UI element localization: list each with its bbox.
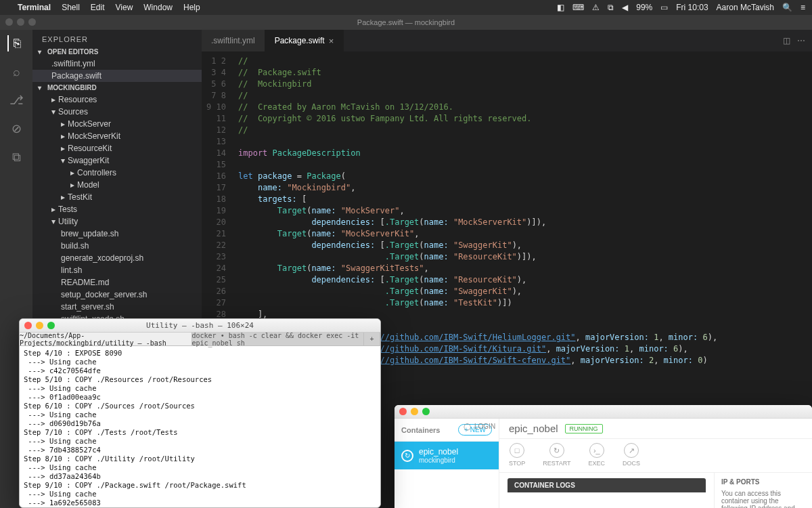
ip-ports-panel: IP & PORTS You can access this container…: [714, 473, 812, 508]
close-icon[interactable]: [24, 322, 32, 329]
extensions-icon[interactable]: ⧉: [8, 149, 24, 165]
debug-icon[interactable]: ⊘: [8, 121, 24, 137]
tab-package-swift[interactable]: Package.swift×: [265, 30, 344, 51]
explorer-icon[interactable]: ⎘: [7, 35, 24, 51]
tree-item[interactable]: Controllers: [32, 167, 202, 179]
tree-item[interactable]: Sources: [32, 106, 202, 118]
tree-item[interactable]: start_server.sh: [32, 301, 202, 313]
login-button[interactable]: ◯LOGIN: [464, 423, 495, 430]
explorer-title: EXPLORER: [32, 30, 202, 46]
exec-button[interactable]: ›_EXEC: [589, 443, 606, 467]
zoom-icon[interactable]: [422, 408, 430, 415]
search-icon[interactable]: ⌕: [8, 64, 24, 80]
container-item[interactable]: ↻ epic_nobel mockingbird: [394, 442, 499, 469]
close-icon[interactable]: [5, 18, 13, 26]
tree-item[interactable]: Utility: [32, 215, 202, 228]
ip-ports-header: IP & PORTS: [721, 478, 805, 486]
git-icon[interactable]: ⎇: [8, 92, 24, 108]
menu-edit[interactable]: Edit: [91, 3, 105, 12]
open-editors-header[interactable]: OPEN EDITORS: [32, 46, 202, 58]
container-title: epic_nobel: [509, 423, 558, 434]
tree-item[interactable]: setup_docker_server.sh: [32, 289, 202, 301]
tree-item[interactable]: MockServer: [32, 118, 202, 130]
editor-tabs: .swiftlint.yml Package.swift× ◫ ⋯: [202, 30, 812, 51]
tree-item[interactable]: brew_update.sh: [32, 228, 202, 240]
close-icon[interactable]: [399, 408, 407, 415]
zoom-icon[interactable]: [47, 322, 55, 329]
terminal-tabs: ~/Documents/App-Projects/mockingbird/uti…: [20, 333, 380, 346]
ip-ports-text: You can access this container using the …: [721, 490, 805, 508]
container-name: epic_nobel: [419, 447, 458, 457]
minimize-icon[interactable]: [411, 408, 418, 415]
tree-item[interactable]: MockServerKit: [32, 130, 202, 142]
tree-item[interactable]: Resources: [32, 93, 202, 106]
tab-close-icon[interactable]: ×: [329, 36, 334, 46]
battery-icon[interactable]: ▭: [660, 3, 668, 12]
window-traffic-lights[interactable]: [5, 18, 36, 26]
keyboard-icon[interactable]: ⌨: [572, 3, 584, 12]
docker-menubar-icon[interactable]: ◧: [557, 3, 564, 12]
tree-item[interactable]: README.md: [32, 276, 202, 289]
status-badge: RUNNING: [565, 424, 603, 433]
minimize-icon[interactable]: [17, 18, 24, 26]
zoom-icon[interactable]: [28, 18, 36, 26]
tree-item[interactable]: build.sh: [32, 240, 202, 252]
menu-view[interactable]: View: [116, 3, 133, 12]
container-image: mockingbird: [419, 457, 458, 464]
tree-item[interactable]: TestKit: [32, 191, 202, 203]
terminal-output[interactable]: Step 4/10 : EXPOSE 8090 ---> Using cache…: [20, 346, 380, 508]
containers-header: Containers: [401, 426, 440, 434]
volume-icon[interactable]: ◀: [622, 3, 628, 12]
vscode-titlebar[interactable]: Package.swift — mockingbird: [0, 15, 812, 30]
vscode-window-title: Package.swift — mockingbird: [357, 18, 455, 26]
menu-extras-icon[interactable]: ≡: [800, 3, 805, 12]
open-editor-item[interactable]: Package.swift: [32, 70, 202, 82]
container-status-icon: ↻: [401, 450, 413, 462]
kitematic-window: ◯LOGIN Containers + NEW ↻ epic_nobel moc…: [394, 405, 812, 508]
wifi-icon[interactable]: ⚠: [592, 3, 600, 12]
container-actions: □STOP ↻RESTART ›_EXEC ↗DOCS: [499, 439, 812, 473]
minimize-icon[interactable]: [36, 322, 43, 329]
mac-menubar: Terminal Shell Edit View Window Help ◧ ⌨…: [0, 0, 812, 15]
more-icon[interactable]: ⋯: [797, 36, 805, 45]
split-editor-icon[interactable]: ◫: [783, 36, 790, 45]
menu-help[interactable]: Help: [183, 3, 200, 12]
terminal-tab[interactable]: docker • bash -c clear && docker exec -i…: [192, 333, 365, 345]
menu-window[interactable]: Window: [143, 3, 173, 12]
bluetooth-icon[interactable]: ⧉: [608, 3, 614, 12]
terminal-new-tab[interactable]: +: [364, 333, 380, 345]
terminal-tab[interactable]: ~/Documents/App-Projects/mockingbird/uti…: [20, 333, 192, 345]
restart-button[interactable]: ↻RESTART: [543, 443, 570, 467]
menu-shell[interactable]: Shell: [62, 3, 80, 12]
terminal-titlebar[interactable]: Utility — -bash — 106×24: [20, 319, 380, 333]
tab-swiftlint[interactable]: .swiftlint.yml: [202, 30, 265, 51]
docs-button[interactable]: ↗DOCS: [623, 443, 640, 467]
clock[interactable]: Fri 10:03: [676, 3, 708, 12]
open-editor-item[interactable]: .swiftlint.yml: [32, 58, 202, 70]
tree-item[interactable]: lint.sh: [32, 264, 202, 276]
kitematic-sidebar: ◯LOGIN Containers + NEW ↻ epic_nobel moc…: [394, 419, 499, 508]
user-name[interactable]: Aaron McTavish: [717, 3, 774, 12]
terminal-window: Utility — -bash — 106×24 ~/Documents/App…: [19, 318, 381, 508]
stop-button[interactable]: □STOP: [509, 443, 525, 467]
logs-header: CONTAINER LOGS: [508, 478, 706, 492]
tree-item[interactable]: generate_xcodeproj.sh: [32, 252, 202, 264]
container-logs: CONTAINER LOGS: [499, 473, 714, 508]
menubar-app[interactable]: Terminal: [18, 3, 51, 12]
tree-item[interactable]: ResourceKit: [32, 142, 202, 154]
user-icon: ◯: [464, 423, 471, 430]
terminal-title: Utility — -bash — 106×24: [146, 321, 254, 330]
spotlight-icon[interactable]: 🔍: [782, 3, 792, 12]
tree-item[interactable]: Tests: [32, 203, 202, 215]
tree-item[interactable]: Model: [32, 179, 202, 191]
kitematic-titlebar[interactable]: [394, 405, 812, 419]
tree-item[interactable]: SwaggerKit: [32, 154, 202, 167]
battery-percent: 99%: [636, 3, 652, 12]
project-header[interactable]: MOCKINGBIRD: [32, 82, 202, 93]
